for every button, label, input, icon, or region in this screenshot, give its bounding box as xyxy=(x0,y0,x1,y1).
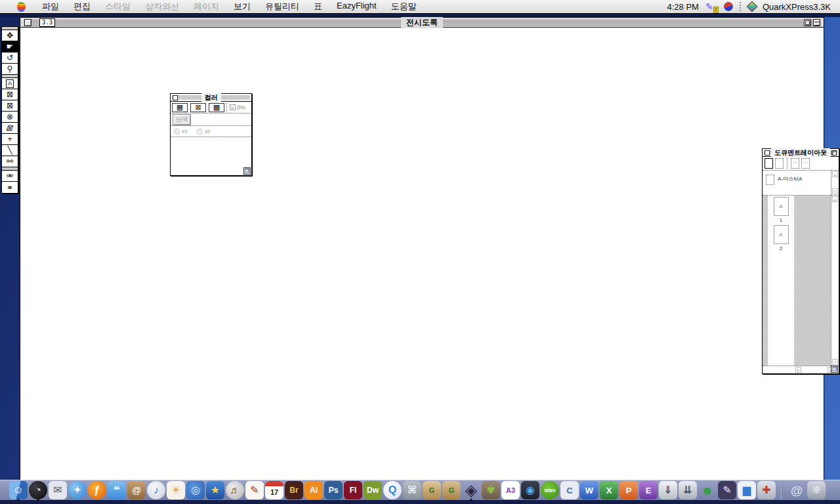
dock-sheepshaver[interactable]: ◈▲ xyxy=(462,481,480,499)
menu-eazyflight[interactable]: EazyFlight xyxy=(329,0,384,14)
ime-pencil-icon[interactable]: ✎2 xyxy=(705,1,717,12)
layout-palette-close-box[interactable] xyxy=(765,150,770,156)
dock-ms-entourage[interactable]: E xyxy=(639,481,658,499)
solid-color-button[interactable]: 단색 xyxy=(173,114,191,125)
dock-finder[interactable]: ☺▲ xyxy=(9,481,28,499)
scroll-down-icon[interactable]: ▿ xyxy=(832,188,838,194)
dock-flip4mac-wmv[interactable]: WMV xyxy=(541,481,559,499)
dock-mail[interactable]: ✉ xyxy=(49,481,67,499)
dock-iphoto[interactable]: ☀ xyxy=(167,481,185,499)
scroll-right-icon[interactable]: ▹ xyxy=(795,367,801,373)
scroll-up-icon[interactable]: ▵ xyxy=(832,171,838,177)
pages-horizontal-scrollbar[interactable]: ▹ ◃ xyxy=(763,366,839,373)
menu-view[interactable]: 보기 xyxy=(226,0,258,14)
dock-compressor[interactable]: C xyxy=(560,481,579,499)
apple-menu-icon[interactable] xyxy=(17,2,26,12)
dock-script-editor[interactable]: ✎ xyxy=(718,481,736,499)
dock-apple-grey-app[interactable]: ⌘ xyxy=(403,481,421,499)
dock-adobe-dreamweaver[interactable]: Dw xyxy=(364,481,382,499)
dock-ms-word[interactable]: W xyxy=(580,481,598,499)
oval-picture-box-tool[interactable]: ⊗ xyxy=(2,112,18,123)
linking-tool[interactable]: ⚯ xyxy=(2,156,18,167)
dock-imovie[interactable]: ★ xyxy=(206,481,224,499)
pages-pasteboard[interactable]: A1A2 xyxy=(763,196,831,366)
window-close-box[interactable] xyxy=(24,19,32,26)
layout-palette-zoom-box[interactable] xyxy=(831,150,837,156)
dock-imaging-app[interactable]: ◉ xyxy=(521,481,539,499)
window-titlebar[interactable]: 3.3 전시도록 xyxy=(20,18,824,28)
content-tool[interactable]: ☛ xyxy=(2,41,18,52)
dock-cocktail-utility[interactable]: ✚ xyxy=(757,481,776,499)
window-collapse-box[interactable] xyxy=(813,19,820,26)
pages-scrollbar[interactable]: ▵ ▿ xyxy=(831,196,839,366)
quarkxpress-app-icon[interactable] xyxy=(746,1,757,12)
menu-utilities[interactable]: 유틸리티 xyxy=(258,0,306,14)
dock-firefox[interactable]: ƒ xyxy=(88,481,106,499)
page-thumb-2[interactable]: A xyxy=(774,225,789,244)
extra-link-tool[interactable]: ⚭ xyxy=(2,182,18,193)
menu-item[interactable]: 상자와선 xyxy=(138,0,186,14)
delete-page-icon[interactable]: ◠ xyxy=(801,158,810,169)
master-page-icon[interactable] xyxy=(775,158,784,169)
dock-stuffit-expander[interactable]: ⇓ xyxy=(659,481,677,499)
swatch-1[interactable]: #1 xyxy=(174,129,188,135)
dock-msn-messenger[interactable]: ☻ xyxy=(698,481,717,499)
master-page-thumb[interactable] xyxy=(766,175,774,185)
zoom-tool[interactable]: ⚲ xyxy=(2,64,18,75)
window-zoom-box[interactable] xyxy=(804,19,811,26)
menu-page[interactable]: 페이지 xyxy=(186,0,226,14)
rotation-tool[interactable]: ↺ xyxy=(2,52,18,64)
dock-installer-box-1[interactable]: G xyxy=(423,481,441,499)
dock-ichat[interactable]: ❝ xyxy=(108,481,126,499)
colors-palette-close-box[interactable] xyxy=(173,95,178,100)
menu-edit[interactable]: 편집 xyxy=(66,0,98,14)
dock-trash-full[interactable]: ❊ xyxy=(807,481,826,499)
dock-graph-utility[interactable]: ▆ xyxy=(738,481,756,499)
dock-adobe-illustrator[interactable]: Ai xyxy=(304,481,323,499)
swatch-2[interactable]: #2 xyxy=(197,129,211,135)
colors-grow-box[interactable]: ❐ xyxy=(243,167,251,175)
dock-a3-app[interactable]: A3 xyxy=(501,481,520,499)
dock-safari[interactable]: ✦ xyxy=(68,481,87,499)
master-page-entry[interactable]: A-마스터A xyxy=(763,171,831,195)
dock-media-utility[interactable]: ✾ xyxy=(482,481,500,499)
layout-palette-titlebar[interactable]: 도큐멘트레이아웃 xyxy=(763,149,839,157)
dock-adobe-flash[interactable]: Fl xyxy=(344,481,362,499)
dock-garageband[interactable]: ♬ xyxy=(226,481,244,499)
dock-docked-url[interactable]: @ xyxy=(788,481,806,499)
dock-adobe-bridge[interactable]: Br xyxy=(285,481,303,499)
unlinking-tool[interactable]: ⚮ xyxy=(2,171,18,182)
shade-field[interactable]: ▸ 0% xyxy=(226,103,245,112)
dock-address-book[interactable]: @ xyxy=(127,481,146,499)
rounded-picture-box-tool[interactable]: ⊠ xyxy=(2,100,18,112)
menu-table[interactable]: 표 xyxy=(306,0,329,14)
menu-style[interactable]: 스타일 xyxy=(98,0,138,14)
dock-itunes[interactable]: ♪ xyxy=(147,481,165,499)
dock-idvd[interactable]: ◎ xyxy=(186,481,205,499)
colors-palette-titlebar[interactable]: 컬러 xyxy=(171,94,251,102)
shade-button[interactable]: ▩ xyxy=(209,103,224,112)
dock-dropstuff[interactable]: ⇊ xyxy=(679,481,697,499)
item-tool[interactable]: ✥ xyxy=(2,30,18,41)
blank-page-icon[interactable] xyxy=(765,158,773,169)
master-scrollbar[interactable]: ▵ ▿ xyxy=(831,171,839,195)
layout-grow-box[interactable]: ❐ xyxy=(831,366,838,373)
polygon-picture-box-tool[interactable]: ⊠ xyxy=(2,123,18,134)
colors-list-area[interactable] xyxy=(171,137,251,175)
dock-adobe-photoshop[interactable]: Ps xyxy=(324,481,343,499)
dock-ms-powerpoint[interactable]: P xyxy=(620,481,638,499)
dock-installer-box-2[interactable]: G xyxy=(442,481,461,499)
line-tool[interactable]: ╲ xyxy=(2,145,18,156)
dock-dashboard[interactable]: ◔▲ xyxy=(29,481,47,499)
box-color-button[interactable]: ⊠ xyxy=(190,103,206,112)
document-canvas[interactable] xyxy=(20,28,824,480)
korean-ime-icon[interactable] xyxy=(724,2,733,11)
app-switcher-label[interactable]: QuarkXPress3.3K xyxy=(763,2,831,12)
menu-help[interactable]: 도움말 xyxy=(384,0,424,14)
menu-file[interactable]: 파일 xyxy=(35,0,66,14)
orthogonal-line-tool[interactable]: + xyxy=(2,134,18,145)
rectangle-picture-box-tool[interactable]: ⊠ xyxy=(2,89,18,100)
scroll-down-icon[interactable]: ▿ xyxy=(832,359,838,365)
frame-color-button[interactable]: ▦ xyxy=(172,103,188,112)
dock-ms-excel[interactable]: X xyxy=(600,481,618,499)
